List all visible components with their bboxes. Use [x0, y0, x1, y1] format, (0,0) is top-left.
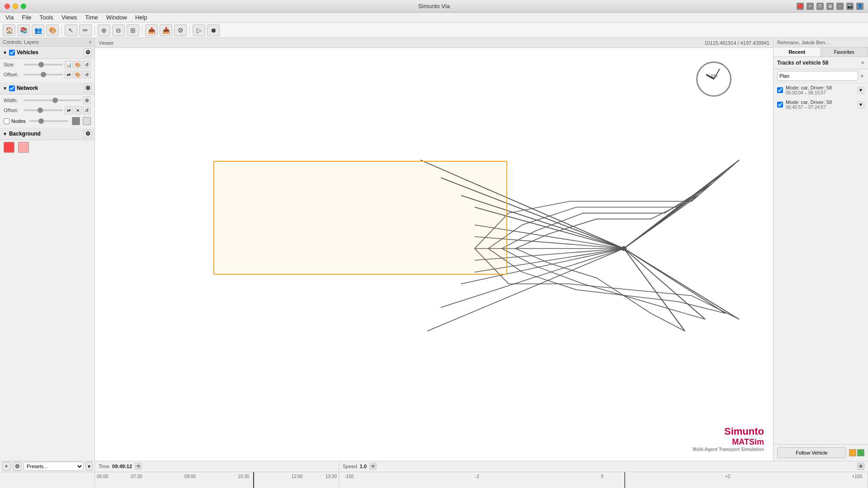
network-offset-row: Offset: ⇄ ✕ ↺: [4, 106, 91, 114]
menu-window[interactable]: Window: [103, 13, 131, 22]
nodes-color-swatch-2[interactable]: [83, 117, 91, 125]
nodes-checkbox[interactable]: [4, 118, 9, 124]
vehicles-size-icons: 📊 🎨 ↺: [65, 61, 91, 69]
notification-icon[interactable]: 🔴: [797, 3, 804, 10]
rp-close-btn[interactable]: ×: [861, 60, 864, 66]
speed-mark-1: -2: [473, 474, 481, 479]
network-off-icon-1[interactable]: ⇄: [65, 106, 73, 114]
vehicles-gear-btn[interactable]: ⚙: [84, 48, 92, 56]
vehicles-off-icon-1[interactable]: ⇄: [65, 70, 73, 79]
speed-reset-btn[interactable]: ⟲: [369, 463, 377, 470]
vehicles-offset-slider[interactable]: [24, 74, 63, 75]
vehicles-section-header[interactable]: ▼ Vehicles ⚙: [0, 47, 94, 59]
plan-select[interactable]: Plan: [777, 71, 858, 81]
track-1-checkbox[interactable]: [777, 87, 783, 93]
status-icon[interactable]: ✓: [807, 3, 814, 10]
svg-line-15: [624, 195, 698, 249]
toolbar-btn-settings[interactable]: ⚙: [174, 24, 187, 36]
speed-gear-btn[interactable]: ⚙: [857, 463, 864, 470]
toolbar-btn-users[interactable]: 👥: [32, 24, 44, 36]
time-value: 09:49:12: [112, 464, 132, 469]
vehicles-icon-2[interactable]: 🎨: [74, 61, 82, 69]
toolbar-btn-export[interactable]: 📤: [145, 24, 158, 36]
toolbar-btn-layers[interactable]: 📚: [17, 24, 30, 36]
toolbar-btn-import[interactable]: 📥: [160, 24, 172, 36]
toolbar-btn-home[interactable]: 🏠: [3, 24, 15, 36]
color-pair: [849, 449, 864, 456]
background-color-2[interactable]: [18, 142, 29, 153]
vehicles-off-icon-2[interactable]: 🎨: [74, 70, 82, 79]
color-swatch-orange[interactable]: [849, 449, 856, 456]
vehicles-icon-3[interactable]: ↺: [83, 61, 91, 69]
track-1-label: Mode: car, Driver: 58: [786, 85, 855, 90]
network-width-slider[interactable]: [24, 99, 81, 101]
toolbar-btn-play[interactable]: ▷: [193, 24, 205, 36]
panel-collapse-icon[interactable]: ×: [89, 39, 92, 45]
vehicles-offset-row: Offset: ⇄ 🎨 ↺: [4, 70, 91, 79]
minimize-button[interactable]: [13, 4, 18, 9]
nodes-color-swatch[interactable]: [72, 117, 80, 125]
toolbar-btn-minus[interactable]: ⊖: [112, 24, 125, 36]
gear-small-btn[interactable]: ⚙: [13, 462, 22, 471]
track-item-2: Mode: car, Driver: 58 06:45:57 – 07:24:5…: [774, 98, 868, 112]
speed-ruler[interactable]: -150 -2 0 +2 +150: [339, 472, 868, 488]
time-mark-5: 13:30: [324, 474, 339, 479]
network-checkbox[interactable]: [9, 85, 15, 91]
toolbar-btn-select[interactable]: ⊕: [98, 24, 110, 36]
preset-select[interactable]: Presets...: [24, 462, 84, 471]
track-1-expand[interactable]: ▼: [857, 87, 864, 94]
background-color-row: [4, 142, 91, 153]
color-swatch-green[interactable]: [857, 449, 864, 456]
preset-arrow-btn[interactable]: ▼: [85, 462, 93, 471]
time-ruler[interactable]: 06:00 07:30 09:00 10:30 12:00 13:30: [95, 472, 339, 488]
camera-icon[interactable]: 📷: [846, 3, 854, 10]
background-color-1[interactable]: [4, 142, 14, 153]
network-off-icon-3[interactable]: ↺: [83, 106, 91, 114]
track-2-expand[interactable]: ▼: [857, 101, 864, 108]
menubar: Via File Tools Views Time Window Help: [0, 13, 868, 23]
menu-app[interactable]: Via: [2, 13, 18, 22]
toolbar-btn-crosshair[interactable]: ⊞: [127, 24, 139, 36]
network-offset-slider[interactable]: [24, 109, 63, 111]
vehicles-checkbox[interactable]: [9, 50, 15, 56]
menu-time[interactable]: Time: [81, 13, 101, 22]
vehicles-icon-1[interactable]: 📊: [65, 61, 73, 69]
menu-file[interactable]: File: [19, 13, 35, 22]
time-icon[interactable]: ⏱: [816, 3, 824, 10]
network-gear-btn[interactable]: ⚙: [84, 84, 92, 92]
speed-playhead[interactable]: [624, 472, 625, 488]
close-button[interactable]: [5, 4, 10, 9]
toolbar-btn-paint[interactable]: 🎨: [46, 24, 59, 36]
tab-recent[interactable]: Recent: [774, 47, 821, 56]
nodes-slider[interactable]: [29, 120, 68, 122]
vehicles-size-slider[interactable]: [24, 64, 63, 66]
time-reset-btn[interactable]: ⟲: [135, 463, 142, 470]
add-btn[interactable]: +: [2, 462, 11, 471]
background-section-header[interactable]: ▼ Background ⚙: [0, 128, 94, 140]
background-gear-btn[interactable]: ⚙: [84, 130, 92, 138]
tab-favorites[interactable]: Favorites: [821, 47, 868, 56]
toolbar-btn-pencil[interactable]: ✏: [79, 24, 92, 36]
menu-help[interactable]: Help: [132, 13, 151, 22]
speed-mark-4: +150: [850, 474, 864, 479]
viewer-canvas[interactable]: AM: [95, 48, 773, 461]
maximize-button[interactable]: [21, 4, 26, 9]
track-2-label: Mode: car, Driver: 58: [786, 99, 855, 105]
menu-tools[interactable]: Tools: [36, 13, 57, 22]
network-section-header[interactable]: ▼ Network ⚙: [0, 82, 94, 94]
user-icon[interactable]: 👤: [856, 3, 863, 10]
vehicles-size-row: Size: 📊 🎨 ↺: [4, 61, 91, 69]
menu-views[interactable]: Views: [58, 13, 80, 22]
track-2-checkbox[interactable]: [777, 102, 783, 108]
follow-vehicle-btn[interactable]: Follow Vehicle: [777, 447, 846, 458]
vehicles-off-icon-3[interactable]: ↺: [83, 70, 91, 79]
toolbar-btn-record[interactable]: ⏺: [207, 24, 220, 36]
time-playhead[interactable]: [253, 472, 254, 488]
speed-ruler-marks: -150 -2 0 +2 +150: [339, 472, 868, 488]
display-icon[interactable]: 🖥: [826, 3, 834, 10]
network-width-icon-1[interactable]: ⚙: [83, 96, 91, 104]
toolbar-btn-cursor[interactable]: ↖: [65, 24, 77, 36]
network-off-icon-2[interactable]: ✕: [74, 106, 82, 114]
network-icon[interactable]: ↑: [836, 3, 844, 10]
time-ruler-marks: 06:00 07:30 09:00 10:30 12:00 13:30: [95, 472, 339, 488]
